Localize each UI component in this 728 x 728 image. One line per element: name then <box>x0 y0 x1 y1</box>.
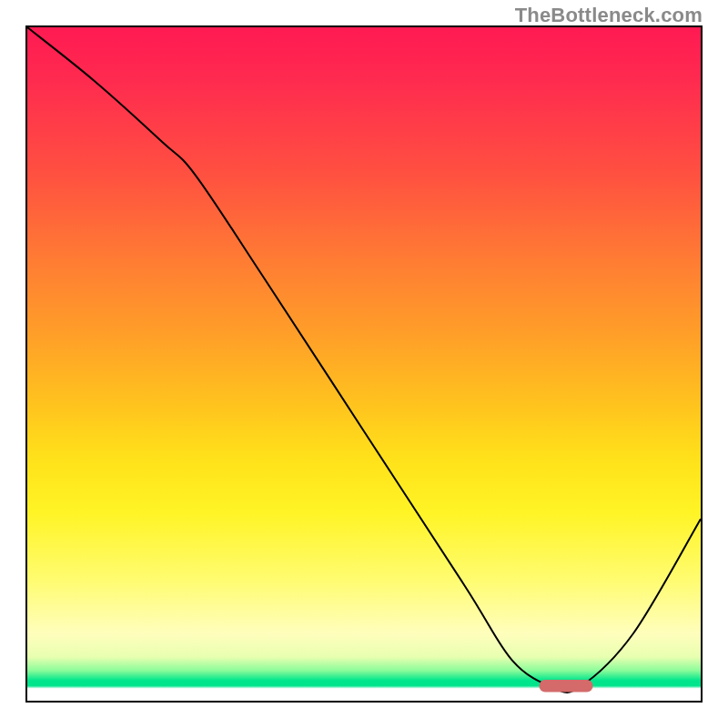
chart-frame: TheBottleneck.com <box>0 0 728 728</box>
curve-line <box>27 27 701 693</box>
plot-area <box>27 27 701 701</box>
watermark-text: TheBottleneck.com <box>515 4 703 27</box>
chart-overlay-svg <box>27 27 701 701</box>
optimal-marker <box>539 680 592 692</box>
